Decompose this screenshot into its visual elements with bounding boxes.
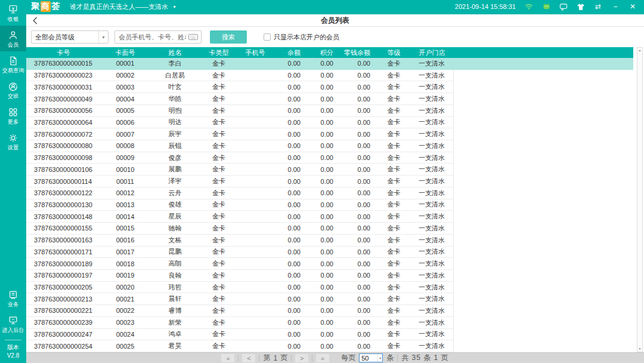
sidebar-item-backend[interactable]: 进入后台	[0, 311, 26, 337]
prev-page-button[interactable]: <	[242, 354, 255, 362]
member-level-select[interactable]: 全部会员等级 ▼	[31, 30, 109, 44]
per-page-select[interactable]: 50 ▾	[359, 353, 383, 362]
column-header: 开户门店	[410, 47, 454, 58]
first-page-button[interactable]: «	[221, 354, 234, 362]
scroll-up-icon[interactable]: ▲	[639, 48, 642, 53]
table-row[interactable]: 3787630000000049 00004 华皓 金卡 0.00 0.00 0…	[26, 93, 633, 105]
gear-icon	[8, 133, 18, 143]
cell-points: 0.00	[308, 199, 340, 211]
cell-phone	[237, 258, 273, 270]
cell-balance: 0.00	[273, 317, 308, 329]
cell-level: 金卡	[377, 235, 410, 247]
cell-name: 云舟	[150, 187, 200, 199]
table-row[interactable]: 3787630000000221 00022 睿博 金卡 0.00 0.00 0…	[26, 305, 633, 317]
sidebar-item-transactions[interactable]: 交易查询	[0, 51, 26, 77]
keyboard-icon[interactable]	[188, 34, 198, 40]
cell-store: 一支清水	[410, 247, 454, 259]
search-input[interactable]	[119, 33, 186, 41]
sidebar-item-business[interactable]: 业务	[0, 285, 26, 311]
store-only-checkbox-group[interactable]: 只显示本店开户的会员	[264, 33, 339, 42]
table-row[interactable]: 3787630000000130 00013 俊雄 金卡 0.00 0.00 0…	[26, 199, 633, 211]
cell-store: 一支清水	[410, 128, 454, 140]
cell-card-type: 金卡	[200, 105, 237, 117]
cell-level: 金卡	[377, 340, 410, 352]
table-row[interactable]: 3787630000000098 00009 俊彦 金卡 0.00 0.00 0…	[26, 152, 633, 164]
table-row[interactable]: 3787630000000056 00005 明煦 金卡 0.00 0.00 0…	[26, 105, 633, 117]
cell-balance: 0.00	[273, 282, 308, 294]
cell-change-balance: 0.00	[340, 105, 377, 117]
table-row[interactable]: 3787630000000189 00018 高朗 金卡 0.00 0.00 0…	[26, 258, 633, 270]
search-button[interactable]: 搜索	[210, 30, 247, 44]
cell-store: 一支清水	[410, 140, 454, 152]
cell-points: 0.00	[308, 187, 340, 199]
chat-icon[interactable]	[559, 2, 568, 11]
table-row[interactable]: 3787630000000171 00017 昆鹏 金卡 0.00 0.00 0…	[26, 247, 633, 259]
table-body: 3787630000000015 00001 李白 金卡 0.00 0.00 0…	[26, 58, 644, 352]
wifi-icon	[525, 2, 533, 11]
table-row[interactable]: 3787630000000031 00003 叶玄 金卡 0.00 0.00 0…	[26, 81, 633, 93]
close-icon[interactable]: ✕	[628, 2, 637, 11]
cell-change-balance: 0.00	[340, 305, 377, 317]
cell-change-balance: 0.00	[340, 340, 377, 352]
table-row[interactable]: 3787630000000122 00012 云舟 金卡 0.00 0.00 0…	[26, 187, 633, 199]
cell-balance: 0.00	[273, 199, 308, 211]
cell-card-number: 3787630000000148	[26, 211, 101, 223]
table-row[interactable]: 3787630000000205 00020 玮哲 金卡 0.00 0.00 0…	[26, 282, 633, 294]
scroll-down-icon[interactable]: ▼	[639, 346, 642, 352]
sidebar-item-shift[interactable]: 交班	[0, 77, 26, 103]
cell-change-balance: 0.00	[340, 223, 377, 235]
cell-change-balance: 0.00	[340, 152, 377, 164]
cell-phone	[237, 235, 273, 247]
cell-card-type: 金卡	[200, 164, 237, 176]
sidebar-item-cashier[interactable]: ¥ 收银	[0, 0, 26, 26]
store-selector[interactable]: 谁才是真正的天选之人——支清水 ▼	[70, 2, 177, 11]
table-row[interactable]: 3787630000000197 00019 良翰 金卡 0.00 0.00 0…	[26, 270, 633, 282]
sidebar-item-more[interactable]: 更多	[0, 103, 26, 128]
minimize-icon[interactable]: −	[611, 2, 620, 11]
table-row[interactable]: 3787630000000072 00007 辰宇 金卡 0.00 0.00 0…	[26, 128, 633, 140]
next-page-button[interactable]: >	[295, 354, 308, 362]
cell-name: 李白	[150, 58, 200, 70]
cell-level: 金卡	[377, 93, 410, 105]
back-button[interactable]	[31, 14, 39, 26]
table-row[interactable]: 3787630000000213 00021 晨轩 金卡 0.00 0.00 0…	[26, 293, 633, 305]
table-row[interactable]: 3787630000000080 00008 辰锟 金卡 0.00 0.00 0…	[26, 140, 633, 152]
cell-points: 0.00	[308, 329, 340, 341]
version-label: 版本	[0, 343, 26, 352]
table-row[interactable]: 3787630000000114 00011 泽宇 金卡 0.00 0.00 0…	[26, 176, 633, 187]
table-row[interactable]: 3787630000000023 00002 白居易 金卡 0.00 0.00 …	[26, 70, 633, 82]
cell-card-type: 金卡	[200, 340, 237, 352]
vertical-scrollbar[interactable]: ▲ ▼	[637, 47, 643, 352]
sidebar-item-settings[interactable]: 设置	[0, 128, 26, 154]
cell-name: 晨轩	[150, 293, 200, 305]
last-page-button[interactable]: »	[316, 354, 329, 362]
cell-store: 一支清水	[410, 70, 454, 82]
cell-points: 0.00	[308, 235, 340, 247]
cell-store: 一支清水	[410, 270, 454, 282]
topbar: 聚商荟 谁才是真正的天选之人——支清水 ▼ 2021-09-14 15:58:3…	[26, 0, 644, 13]
table-row[interactable]: 3787630000000148 00014 星辰 金卡 0.00 0.00 0…	[26, 211, 633, 223]
table-row[interactable]: 3787630000000247 00024 鸿卓 金卡 0.00 0.00 0…	[26, 329, 633, 341]
per-page-label: 每页	[341, 353, 355, 363]
table-row[interactable]: 3787630000000163 00016 文栋 金卡 0.00 0.00 0…	[26, 235, 633, 247]
table-row[interactable]: 3787630000000106 00010 展鹏 金卡 0.00 0.00 0…	[26, 164, 633, 176]
page-prefix: 第	[263, 353, 270, 363]
swap-icon[interactable]: ⇄	[594, 2, 602, 11]
cell-card-number: 3787630000000080	[26, 140, 101, 152]
cell-card-face-number: 00003	[101, 81, 150, 93]
store-only-checkbox[interactable]	[264, 33, 271, 41]
table-row[interactable]: 3787630000000015 00001 李白 金卡 0.00 0.00 0…	[26, 58, 633, 70]
cell-balance: 0.00	[273, 176, 308, 187]
table-row[interactable]: 3787630000000239 00023 新荣 金卡 0.00 0.00 0…	[26, 317, 633, 329]
cell-phone	[237, 211, 273, 223]
sidebar-item-member[interactable]: 会员	[0, 26, 26, 51]
cell-card-face-number: 00014	[101, 211, 150, 223]
shirt-icon[interactable]	[577, 2, 585, 11]
table-row[interactable]: 3787630000000254 00025 君昊 金卡 0.00 0.00 0…	[26, 340, 633, 352]
table-row[interactable]: 3787630000000064 00006 明达 金卡 0.00 0.00 0…	[26, 117, 633, 129]
sidebar-divider	[5, 340, 21, 340]
cell-points: 0.00	[308, 211, 340, 223]
member-table: 卡号 卡面号 姓名 卡类型 手机号 余额 积分 零钱余额 等级 开户门店 378…	[26, 47, 644, 352]
table-row[interactable]: 3787630000000155 00015 驰翰 金卡 0.00 0.00 0…	[26, 223, 633, 235]
cell-name: 君昊	[150, 340, 200, 352]
